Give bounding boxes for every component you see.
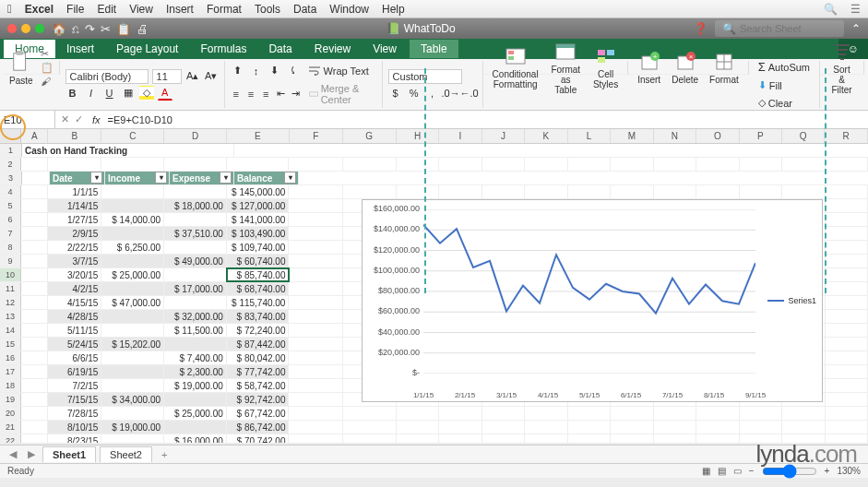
cell[interactable]: [164, 338, 227, 350]
cell[interactable]: [164, 296, 227, 309]
cell[interactable]: [21, 158, 48, 171]
cell[interactable]: [101, 379, 164, 392]
cell[interactable]: [439, 421, 482, 434]
cell[interactable]: 1/27/15: [48, 213, 101, 226]
row-header[interactable]: 5: [0, 199, 21, 212]
cell[interactable]: [782, 421, 826, 434]
cell[interactable]: [826, 351, 868, 364]
cell[interactable]: [164, 158, 227, 171]
cell[interactable]: 5/11/15: [48, 324, 101, 337]
cell[interactable]: 1/14/15: [48, 199, 101, 212]
tab-view[interactable]: View: [362, 40, 408, 58]
cell[interactable]: [482, 434, 526, 443]
cell[interactable]: [826, 185, 868, 198]
cell[interactable]: [101, 227, 164, 240]
cell[interactable]: [101, 158, 164, 171]
cell[interactable]: [696, 407, 740, 420]
cell[interactable]: 2/22/15: [48, 241, 101, 254]
decrease-decimal-icon[interactable]: ←.0: [462, 86, 477, 101]
table-header[interactable]: Expense: [170, 172, 234, 184]
cell[interactable]: [654, 421, 697, 434]
cell[interactable]: [343, 407, 397, 420]
cell[interactable]: [439, 158, 482, 171]
cell[interactable]: [740, 185, 783, 198]
help-icon[interactable]: ❓: [694, 22, 707, 35]
orientation-icon[interactable]: ⤹: [286, 64, 301, 78]
zoom-out-icon[interactable]: −: [749, 466, 755, 476]
cell[interactable]: [343, 185, 397, 198]
delete-cells-button[interactable]: ×Delete: [668, 51, 702, 85]
table-header[interactable]: Balance: [234, 172, 299, 184]
cell[interactable]: [482, 407, 526, 420]
tab-data[interactable]: Data: [257, 40, 303, 58]
cell[interactable]: 1/1/15: [48, 185, 101, 198]
cell[interactable]: 4/28/15: [48, 310, 101, 323]
cell[interactable]: 4/2/15: [48, 282, 101, 295]
cell[interactable]: [289, 213, 342, 226]
cell[interactable]: $ 80,042.00: [227, 351, 290, 364]
column-header[interactable]: C: [101, 129, 164, 143]
cell[interactable]: [397, 407, 440, 420]
cell[interactable]: [826, 407, 868, 420]
row-header[interactable]: 11: [0, 282, 21, 295]
menu-window[interactable]: Window: [329, 3, 369, 16]
cell[interactable]: [101, 282, 164, 295]
cell[interactable]: [289, 379, 342, 392]
spotlight-icon[interactable]: 🔍: [824, 3, 838, 16]
apple-icon[interactable]: : [7, 2, 12, 16]
cell[interactable]: [826, 421, 868, 434]
fill-color-icon[interactable]: ◇: [139, 86, 154, 101]
font-color-icon[interactable]: A: [158, 86, 172, 101]
cell[interactable]: [826, 338, 868, 350]
cell[interactable]: [826, 158, 868, 171]
row-header[interactable]: 12: [0, 296, 21, 309]
cell[interactable]: [568, 158, 612, 171]
sheet-title[interactable]: Cash on Hand Tracking: [22, 144, 234, 157]
cell[interactable]: 7/28/15: [48, 407, 101, 420]
line-chart[interactable]: $-$20,000.00$40,000.00$60,000.00$80,000.…: [362, 199, 823, 402]
cell[interactable]: [826, 310, 868, 323]
cell[interactable]: $ 34,000.00: [101, 393, 164, 406]
row-header[interactable]: 22: [0, 434, 21, 443]
cell[interactable]: [397, 185, 440, 198]
font-size-select[interactable]: 11: [152, 69, 182, 84]
percent-format-icon[interactable]: %: [407, 86, 422, 101]
search-input[interactable]: [740, 23, 832, 34]
cell[interactable]: [568, 185, 612, 198]
row-header[interactable]: 18: [0, 379, 21, 392]
cell[interactable]: $ 15,202.00: [101, 338, 164, 350]
increase-indent-icon[interactable]: ⇥: [290, 87, 301, 101]
row-header[interactable]: 13: [0, 310, 21, 323]
cell[interactable]: $ 7,400.00: [164, 351, 227, 364]
qat-undo-icon[interactable]: ⎌: [72, 22, 79, 36]
cell[interactable]: [289, 393, 342, 406]
menu-view[interactable]: View: [129, 3, 153, 16]
cell[interactable]: [525, 185, 568, 198]
window-close-icon[interactable]: [7, 24, 17, 33]
menu-extras-icon[interactable]: ☰: [850, 3, 861, 16]
menu-app[interactable]: Excel: [25, 3, 54, 16]
cell[interactable]: [397, 158, 440, 171]
cell[interactable]: [482, 421, 526, 434]
column-header[interactable]: K: [525, 129, 567, 143]
row-header[interactable]: 8: [0, 241, 21, 254]
cell[interactable]: [696, 421, 740, 434]
menu-file[interactable]: File: [66, 3, 84, 16]
cell[interactable]: $ 18,000.00: [164, 199, 227, 212]
cell[interactable]: [164, 268, 227, 281]
cell[interactable]: $ 83,740.00: [227, 310, 290, 323]
cell[interactable]: $ 11,500.00: [164, 324, 227, 337]
cell[interactable]: $ 85,740.00: [227, 268, 290, 281]
cancel-formula-icon[interactable]: ✕: [61, 113, 69, 125]
fill-button[interactable]: ⬇Fill: [755, 77, 814, 93]
merge-center-button[interactable]: Merge & Center: [305, 81, 376, 107]
cell[interactable]: [740, 158, 783, 171]
cell[interactable]: [289, 324, 342, 337]
align-top-icon[interactable]: ⬆: [231, 64, 245, 78]
cell[interactable]: 8/23/15: [48, 434, 101, 443]
cell[interactable]: [826, 255, 868, 267]
number-format-select[interactable]: Custom: [388, 69, 462, 84]
cell[interactable]: $ 19,000.00: [101, 421, 164, 434]
cell[interactable]: [782, 407, 826, 420]
cell[interactable]: [289, 255, 342, 267]
